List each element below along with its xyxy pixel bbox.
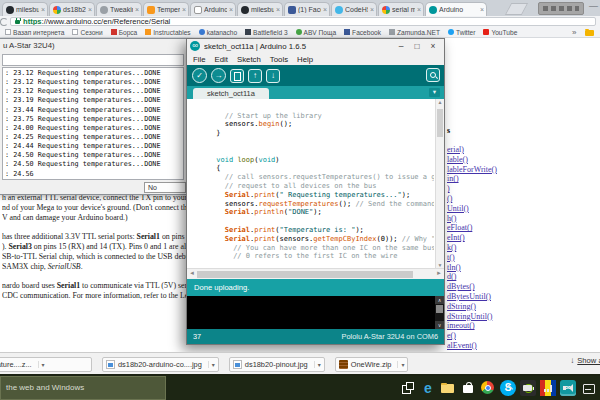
tab-close-icon[interactable]: × [227,6,235,13]
ide-menu-item[interactable]: Help [297,55,313,64]
function-link[interactable]: dBytes() [447,282,600,292]
chrome-icon[interactable] [480,380,496,396]
show-all-downloads[interactable]: ↓ Show all [570,356,600,365]
browser-tab[interactable]: serial m... × [378,2,424,16]
bookmark-item[interactable]: Борса [111,29,138,36]
ide-menu-item[interactable]: Sketch [237,55,261,64]
tab-close-icon[interactable]: × [274,6,282,13]
scrollbar-thumb[interactable] [437,109,443,137]
download-item[interactable]: ds18b20-pinout.jpg ▾ [229,357,325,372]
scrollbar-thumb[interactable] [436,305,443,313]
battery-icon[interactable] [523,382,535,394]
browser-tab[interactable]: (1) Face... × [284,2,330,16]
editor-vertical-scrollbar[interactable]: ▲ ▼ [435,99,444,268]
browser-tab[interactable]: milesbu... × [237,2,283,16]
tab-close-icon[interactable]: × [415,6,423,13]
scroll-up-icon[interactable]: ∧ [435,296,444,304]
tab-close-icon[interactable]: × [478,6,486,13]
tab-close-icon[interactable]: × [86,6,94,13]
bookmark-item[interactable]: Facebook [344,29,381,36]
scroll-left-icon[interactable]: ◄ [189,270,195,276]
bookmark-item[interactable]: YouTube [483,29,517,36]
function-link[interactable]: h() [447,214,600,224]
console-scrollbar[interactable]: ∧ ∨ [435,296,444,329]
bookmarks-overflow-chevron[interactable]: » [572,28,576,37]
scroll-down-icon[interactable]: ∨ [435,321,444,329]
browser-tab[interactable]: Tweakin... × [96,2,142,16]
function-link[interactable]: tln() [447,263,600,273]
ide-menu-item[interactable]: Edit [215,55,228,64]
download-item-caret-icon[interactable]: ▾ [208,361,215,368]
ide-maximize-button[interactable]: □ [412,41,422,51]
open-button[interactable]: ↑ [248,69,262,83]
function-link[interactable]: dStringUntil() [447,312,600,322]
browser-minimize-button[interactable]: — [589,1,598,11]
other-bookmarks-folder-icon[interactable] [585,30,594,36]
bookmark-item[interactable]: Сезони [72,29,102,36]
edge-icon[interactable]: e [420,380,436,396]
function-link[interactable]: alEvent() [447,341,600,351]
verify-button[interactable]: ✓ [192,68,207,83]
function-link[interactable]: () [447,194,600,204]
bookmark-item[interactable]: Zamunda.NET [389,29,440,36]
code-editor[interactable]: // Start up the library sensors.begin();… [187,99,444,279]
bookmark-item[interactable]: Battlefield 3 [245,29,287,36]
editor-horizontal-scrollbar[interactable]: ◄ ► [187,268,444,279]
serial-output[interactable]: : 23.12 Requesting temperatures...DONE: … [2,67,184,180]
ide-minimize-button[interactable]: – [396,41,406,51]
download-item[interactable]: perature....z... ▾ [0,357,92,372]
function-link[interactable]: lable() [447,155,600,165]
function-link[interactable]: imeout() [447,321,600,331]
function-link[interactable]: dString() [447,302,600,312]
download-item[interactable]: ds18b20-arduino-co....jpg ▾ [102,357,219,372]
browser-tab[interactable]: milesbu... × [2,2,48,16]
volume-icon[interactable] [563,382,575,394]
tab-close-icon[interactable]: × [321,6,329,13]
task-view-icon[interactable] [400,380,416,396]
scrollbar-thumb[interactable] [197,271,413,278]
function-link[interactable]: erial) [447,145,600,155]
reload-icon[interactable] [0,18,8,26]
bookmark-item[interactable]: ABV Поща [296,29,337,36]
function-link[interactable]: eFloat() [447,223,600,233]
browser-tab[interactable]: Arduino... × [190,2,236,16]
browser-tab[interactable]: Tempera... × [143,2,189,16]
scroll-right-icon[interactable]: ► [436,270,442,276]
store-icon[interactable] [460,380,476,396]
ide-menu-item[interactable]: File [193,55,206,64]
browser-tab[interactable]: CodeHS × [331,2,377,16]
address-bar[interactable]: https://www.arduino.cc/en/Reference/Seri… [10,17,596,26]
bookmark-item[interactable]: katanacho [199,29,237,36]
serial-monitor-button[interactable] [426,68,440,82]
tab-close-icon[interactable]: × [39,6,47,13]
function-link[interactable]: d() [447,272,600,282]
bookmark-item[interactable]: Instructables [145,29,190,36]
function-link[interactable]: k() [447,243,600,253]
save-button[interactable]: ↓ [266,69,280,83]
function-link[interactable]: ) [447,184,600,194]
tab-menu-button[interactable]: ▼ [429,88,440,97]
ide-menu-item[interactable]: Tools [270,55,288,64]
function-link[interactable]: eInt() [447,233,600,243]
download-item-caret-icon[interactable]: ▾ [397,361,404,368]
browser-tab[interactable]: ds18b2... × [49,2,95,16]
tab-close-icon[interactable]: × [133,6,141,13]
function-link[interactable]: dBytesUntil() [447,292,600,302]
download-item-caret-icon[interactable]: ▾ [38,361,45,368]
download-item[interactable]: OneWire.zip ▾ [335,357,409,372]
taskbar-search-box[interactable]: the web and Windows [0,376,166,400]
tab-close-icon[interactable]: × [180,6,188,13]
download-item-caret-icon[interactable]: ▾ [314,361,321,368]
function-link[interactable]: lableForWrite() [447,165,600,175]
bookmark-item[interactable]: Twitter [448,29,475,36]
function-link[interactable]: e() [447,331,600,341]
ide-close-button[interactable]: × [428,41,438,51]
tab-close-icon[interactable]: × [368,6,376,13]
scroll-up-icon[interactable]: ▲ [436,99,444,105]
line-ending-dropdown[interactable]: No [144,182,186,193]
browser-tab[interactable]: Arduino × [425,2,487,16]
chevron-up-icon[interactable] [503,382,515,394]
function-link[interactable]: t() [447,253,600,263]
file-explorer-icon[interactable] [440,380,456,396]
sketch-tab[interactable]: sketch_oct11a [193,88,269,99]
